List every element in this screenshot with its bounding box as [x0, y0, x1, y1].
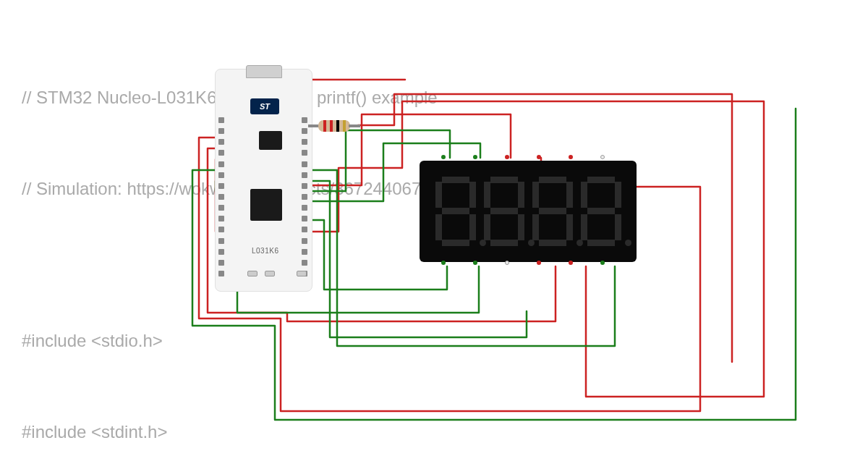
segment-icon — [566, 182, 573, 208]
resistor-band-icon — [336, 120, 339, 132]
display-pin[interactable] — [569, 155, 573, 159]
segment-icon — [518, 214, 524, 240]
display-pin[interactable] — [600, 155, 605, 159]
segment-icon — [587, 208, 615, 214]
pin[interactable] — [218, 150, 224, 156]
pin[interactable] — [218, 161, 224, 167]
pin[interactable] — [218, 271, 224, 276]
resistor[interactable] — [310, 120, 359, 132]
segment-icon — [469, 214, 476, 240]
pin[interactable] — [218, 183, 224, 189]
display-pins-top — [441, 155, 605, 159]
resistor-band-icon — [323, 120, 326, 132]
pin[interactable] — [218, 172, 224, 178]
segment-icon — [539, 177, 566, 183]
segment-icon — [469, 182, 476, 208]
display-pins-bottom — [441, 261, 605, 265]
resistor-lead — [349, 124, 360, 127]
segment-icon — [587, 177, 615, 183]
decimal-point-icon — [625, 240, 631, 246]
pin[interactable] — [302, 172, 307, 178]
pin[interactable] — [218, 216, 224, 221]
segment-icon — [442, 240, 469, 246]
digit — [435, 177, 476, 246]
wire-red — [311, 75, 405, 80]
st-logo-icon: ST — [250, 98, 279, 114]
pin[interactable] — [218, 227, 224, 232]
segment-icon — [490, 208, 518, 214]
display-pin[interactable] — [537, 261, 541, 265]
segment-icon — [435, 182, 442, 208]
resistor-band-icon — [330, 120, 333, 132]
pin[interactable] — [218, 139, 224, 145]
pin[interactable] — [218, 205, 224, 211]
pin[interactable] — [302, 238, 307, 244]
pin[interactable] — [218, 249, 224, 255]
segment-icon — [442, 208, 469, 214]
led-indicator-icon — [297, 271, 307, 276]
pin[interactable] — [302, 194, 307, 200]
display-pin[interactable] — [441, 261, 446, 265]
display-pin[interactable] — [441, 155, 446, 159]
segment-icon — [581, 214, 587, 240]
led-indicator-icon — [247, 271, 258, 276]
circuit-diagram: ST L031K6 — [0, 0, 868, 456]
pin[interactable] — [218, 117, 224, 123]
led-indicator-icon — [265, 271, 275, 276]
segment-icon — [442, 177, 469, 183]
segment-icon — [581, 182, 587, 208]
pin[interactable] — [218, 260, 224, 266]
board-label: L031K6 — [252, 247, 278, 255]
pin[interactable] — [218, 194, 224, 200]
segment-icon — [518, 182, 524, 208]
display-pin[interactable] — [505, 155, 509, 159]
segment-icon — [484, 182, 490, 208]
pin-header-left — [218, 117, 226, 276]
resistor-body — [318, 120, 350, 132]
pin-header-right — [302, 117, 309, 276]
segment-icon — [539, 208, 566, 214]
digit — [532, 177, 573, 246]
resistor-band-icon — [343, 120, 346, 132]
chip-icon — [259, 131, 282, 150]
pin[interactable] — [302, 205, 307, 211]
mcu-chip-icon — [250, 189, 282, 221]
seven-segment-display[interactable] — [420, 161, 637, 262]
pin[interactable] — [302, 227, 307, 232]
pin[interactable] — [302, 260, 307, 266]
display-pin[interactable] — [569, 261, 573, 265]
segment-icon — [566, 214, 573, 240]
digit — [484, 177, 524, 246]
digit — [581, 177, 621, 246]
segment-icon — [539, 240, 566, 246]
segment-icon — [435, 214, 442, 240]
segment-icon — [615, 182, 621, 208]
display-pin[interactable] — [600, 261, 605, 265]
pin[interactable] — [302, 249, 307, 255]
segment-icon — [490, 177, 518, 183]
nucleo-board[interactable]: ST L031K6 — [215, 69, 312, 292]
pin[interactable] — [218, 238, 224, 244]
usb-connector-icon — [246, 65, 282, 78]
segment-icon — [587, 240, 615, 246]
pin[interactable] — [302, 150, 307, 156]
pin[interactable] — [302, 128, 307, 134]
segment-icon — [532, 214, 539, 240]
pin[interactable] — [302, 183, 307, 189]
pin[interactable] — [218, 128, 224, 134]
display-pin[interactable] — [473, 155, 477, 159]
pin[interactable] — [302, 117, 307, 123]
segment-icon — [484, 214, 490, 240]
display-pin[interactable] — [473, 261, 477, 265]
pin[interactable] — [302, 161, 307, 167]
display-pin[interactable] — [537, 155, 541, 159]
segment-icon — [490, 240, 518, 246]
segment-icon — [615, 214, 621, 240]
pin[interactable] — [302, 216, 307, 221]
display-pin[interactable] — [505, 261, 509, 265]
segment-icon — [532, 182, 539, 208]
pin[interactable] — [302, 139, 307, 145]
